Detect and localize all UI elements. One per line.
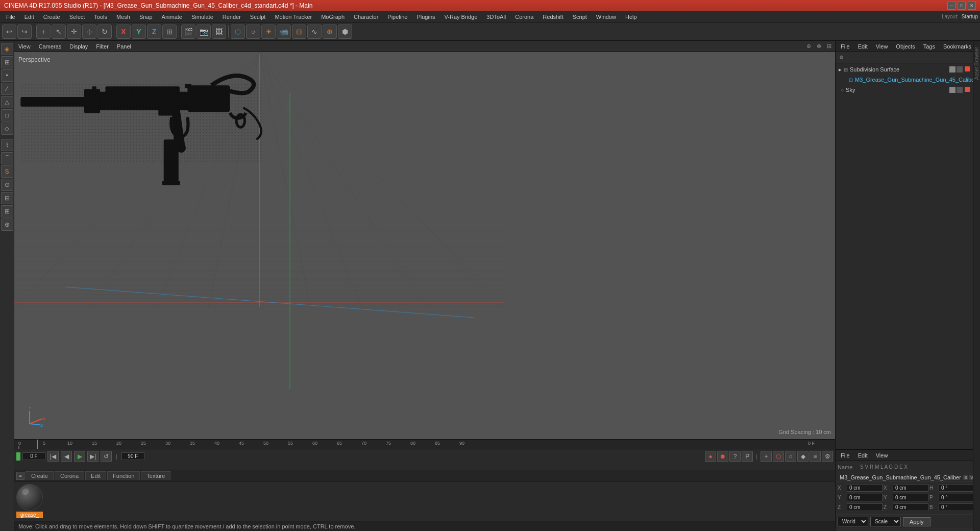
coord-system-select[interactable]: World Object (838, 517, 868, 526)
redo-button[interactable]: ↪ (17, 25, 32, 39)
menu-window[interactable]: Window (592, 13, 620, 21)
close-button[interactable]: ✕ (968, 2, 976, 10)
light-button[interactable]: ☀ (261, 25, 276, 39)
viewport-menu-filter[interactable]: Filter (94, 42, 110, 51)
attr-menu-edit[interactable]: Edit (855, 451, 871, 460)
om-menu-objects[interactable]: Objects (893, 42, 918, 51)
menu-plugins[interactable]: Plugins (412, 13, 439, 21)
viewport-3d[interactable]: Perspective Grid Spacing : 10 cm X Y Z (14, 52, 835, 439)
record-button[interactable]: ● (705, 451, 716, 462)
menu-3dtoall[interactable]: 3DToAll (482, 13, 510, 21)
mode-model[interactable]: ◈ (1, 43, 13, 55)
attr-menu-view[interactable]: View (873, 451, 891, 460)
apply-button[interactable]: Apply (903, 517, 930, 526)
obj-render-btn[interactable] (957, 66, 963, 73)
attr-h-input[interactable] (939, 484, 974, 492)
menu-create[interactable]: Create (39, 13, 64, 21)
attr-y-rot-input[interactable] (893, 494, 928, 501)
om-menu-edit[interactable]: Edit (855, 42, 871, 51)
mode-texture[interactable]: ⊞ (1, 56, 13, 68)
attr-p-input[interactable] (939, 494, 974, 501)
timeline-track[interactable]: 0 5 10 15 20 25 30 35 40 45 50 55 60 65 … (14, 440, 835, 449)
step-back-button[interactable]: |◀ (47, 451, 59, 462)
key-all-button[interactable]: ? (729, 451, 741, 462)
obj-visible-btn[interactable] (949, 66, 955, 73)
render-to-picture-viewer-button[interactable]: 🖼 (212, 25, 226, 39)
sphere-button[interactable]: ○ (246, 25, 260, 39)
undo-button[interactable]: ↩ (2, 25, 16, 39)
floor-button[interactable]: ⊟ (292, 25, 306, 39)
tool-brush[interactable]: ⊙ (1, 179, 13, 191)
menu-animate[interactable]: Animate (158, 13, 186, 21)
menu-vray[interactable]: V-Ray Bridge (440, 13, 482, 21)
material-tab-menu[interactable]: ≡ (16, 472, 24, 480)
menu-corona[interactable]: Corona (511, 13, 537, 21)
menu-character[interactable]: Character (350, 13, 382, 21)
attr-menu-file[interactable]: File (838, 451, 853, 460)
menu-motion-tracker[interactable]: Motion Tracker (271, 13, 316, 21)
om-menu-tags[interactable]: Tags (920, 42, 938, 51)
auto-key-button[interactable]: ⏺ (717, 451, 728, 462)
tool-line[interactable]: ⌇ (1, 139, 13, 151)
menu-file[interactable]: File (2, 13, 19, 21)
menu-render[interactable]: Render (218, 13, 245, 21)
play-forward-button[interactable]: ▶ (74, 451, 85, 462)
tool-extra[interactable]: ⊕ (1, 219, 13, 231)
attr-x-rot-input[interactable] (893, 484, 928, 492)
render-button[interactable]: 🎬 (181, 25, 195, 39)
play-back-button[interactable]: ◀ (61, 451, 72, 462)
all-axes-button[interactable]: ⊞ (162, 25, 177, 39)
end-frame-input[interactable] (121, 452, 144, 460)
tool-curve[interactable]: ⌒ (1, 152, 13, 164)
material-slot[interactable]: grease_ (16, 484, 43, 518)
obj-render-btn-sky[interactable] (957, 87, 963, 93)
menu-redshift[interactable]: Redshift (538, 13, 567, 21)
menu-mograph[interactable]: MoGraph (317, 13, 349, 21)
move-tool-button[interactable]: ✛ (67, 25, 81, 39)
viewport-icon-2[interactable]: ⊗ (815, 42, 823, 51)
menu-edit[interactable]: Edit (20, 13, 38, 21)
loop-button[interactable]: ↺ (101, 451, 112, 462)
live-select-button[interactable]: ↖ (52, 25, 66, 39)
current-frame-input[interactable] (22, 452, 45, 460)
camera-button[interactable]: 📹 (277, 25, 291, 39)
scale-select[interactable]: Scale (870, 517, 901, 526)
rotate-tool-button[interactable]: ↻ (97, 25, 112, 39)
menu-sculpt[interactable]: Sculpt (246, 13, 270, 21)
settings-button[interactable]: ⚙ (822, 451, 833, 462)
menu-simulate[interactable]: Simulate (187, 13, 217, 21)
tool-grid[interactable]: ⊟ (1, 192, 13, 204)
mat-tab-texture[interactable]: Texture (141, 471, 170, 480)
scale-tool-button[interactable]: ⊹ (82, 25, 96, 39)
attr-z-rot-input[interactable] (893, 503, 928, 511)
attr-b-input[interactable] (939, 503, 974, 511)
menu-select[interactable]: Select (65, 13, 89, 21)
attr-z-pos-input[interactable] (847, 503, 883, 511)
menu-script[interactable]: Script (569, 13, 591, 21)
attr-y-pos-input[interactable] (847, 494, 883, 501)
viewport-menu-panel[interactable]: Panel (115, 42, 133, 51)
menu-pipeline[interactable]: Pipeline (383, 13, 411, 21)
timeline-cursor[interactable] (37, 440, 38, 449)
minimize-button[interactable]: ─ (947, 2, 955, 10)
mode-sculpt[interactable]: ◇ (1, 123, 13, 135)
attr-icon-1[interactable]: S (963, 475, 968, 480)
playback-extra-button[interactable]: ≡ (810, 451, 821, 462)
keyframe-circle-button[interactable]: ○ (785, 451, 796, 462)
mode-object[interactable]: □ (1, 109, 13, 122)
mat-tab-function[interactable]: Function (107, 471, 140, 480)
om-menu-bookmarks[interactable]: Bookmarks (940, 42, 974, 51)
mat-tab-create[interactable]: Create (26, 471, 54, 480)
axis-x-button[interactable]: X (116, 25, 131, 39)
preview-button[interactable]: P (742, 451, 753, 462)
om-menu-file[interactable]: File (838, 42, 853, 51)
deformer-button[interactable]: ⬢ (338, 25, 352, 39)
viewport-icon-3[interactable]: ⊞ (825, 42, 833, 51)
object-item-gun[interactable]: ⊡ M3_Grease_Gun_Submachine_Gun_45_Calibe… (837, 75, 972, 85)
mat-tab-edit[interactable]: Edit (85, 471, 106, 480)
tool-mesh[interactable]: ⊞ (1, 205, 13, 218)
step-forward-button[interactable]: ▶| (87, 451, 99, 462)
axis-y-button[interactable]: Y (132, 25, 146, 39)
mode-polygons[interactable]: △ (1, 96, 13, 108)
add-keyframe-button[interactable]: + (761, 451, 772, 462)
